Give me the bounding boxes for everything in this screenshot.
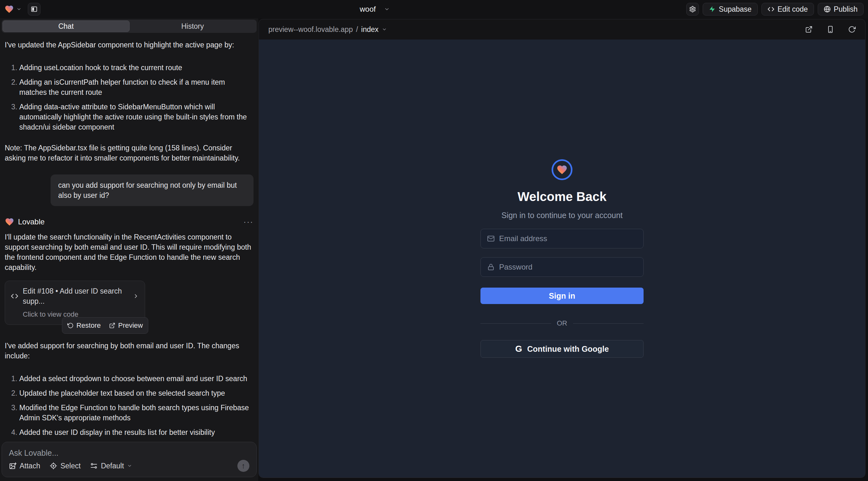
change-list: Added a select dropdown to choose betwee… — [5, 369, 253, 442]
restore-label: Restore — [76, 320, 101, 330]
list-item: Added the user ID display in the results… — [19, 427, 253, 438]
gear-icon — [689, 6, 696, 13]
edit-card-title: Edit #108 • Add user ID search supp... — [23, 286, 128, 306]
auth-title: Welcome Back — [518, 190, 607, 204]
panel-left-icon — [31, 6, 38, 13]
password-field-wrapper — [480, 257, 644, 277]
list-item: Updated the placeholder text based on th… — [19, 388, 253, 398]
email-field[interactable] — [499, 234, 637, 243]
assistant-paragraph: I'll update the search functionality in … — [5, 232, 253, 272]
refresh-icon[interactable] — [848, 26, 856, 33]
toggle-sidebar-button[interactable] — [28, 3, 40, 15]
lock-icon — [487, 263, 495, 271]
preview-label: Preview — [118, 320, 143, 330]
preview-url: preview--woof.lovable.app — [268, 25, 353, 34]
chevron-down-icon — [127, 463, 132, 468]
send-button[interactable]: ↑ — [238, 460, 249, 472]
preview-panel: preview--woof.lovable.app / index — [258, 19, 865, 478]
globe-icon — [824, 6, 831, 13]
restore-icon — [67, 322, 74, 329]
email-field-wrapper — [480, 229, 644, 248]
locate-icon — [50, 462, 57, 470]
preview-url-selector[interactable]: preview--woof.lovable.app / index — [268, 25, 387, 34]
list-item: Adding useLocation hook to track the cur… — [19, 63, 253, 73]
project-switcher[interactable]: woof — [360, 0, 390, 18]
sliders-icon — [90, 462, 98, 470]
restore-button[interactable]: Restore — [67, 320, 101, 330]
chevron-down-icon — [384, 6, 390, 12]
list-item: Added a select dropdown to choose betwee… — [19, 374, 253, 384]
image-plus-icon — [9, 462, 17, 470]
heart-icon — [556, 164, 568, 175]
preview-route: index — [361, 25, 379, 34]
settings-button[interactable] — [686, 3, 699, 15]
or-label: OR — [557, 319, 567, 327]
chat-input[interactable] — [9, 448, 249, 460]
mode-selector[interactable]: Default — [90, 462, 132, 470]
list-item: Adding data-active attribute to SidebarM… — [19, 102, 253, 132]
select-label: Select — [60, 462, 81, 470]
app-logo — [552, 159, 572, 180]
mobile-view-icon[interactable] — [827, 26, 834, 33]
list-item: Modified the Edge Function to handle bot… — [19, 403, 253, 423]
password-field[interactable] — [499, 263, 637, 271]
preview-header: preview--woof.lovable.app / index — [259, 19, 865, 39]
assistant-paragraph: I've added support for searching by both… — [5, 341, 253, 361]
auth-card: Welcome Back Sign in to continue to your… — [480, 159, 644, 358]
lovable-heart-icon — [4, 4, 14, 14]
url-separator: / — [356, 25, 358, 34]
mode-label: Default — [101, 462, 124, 470]
tab-chat[interactable]: Chat — [3, 21, 130, 32]
list-item: Adding an isCurrentPath helper function … — [19, 77, 253, 97]
chat-history-tabbar: Chat History — [2, 20, 257, 33]
code-icon — [768, 6, 774, 13]
publish-label: Publish — [834, 5, 858, 13]
assistant-paragraph: I've updated the AppSidebar component to… — [5, 40, 253, 50]
change-list: Adding useLocation hook to track the cur… — [5, 58, 253, 136]
edit-card-actions: Restore Preview — [62, 317, 148, 334]
mail-icon — [487, 235, 495, 243]
supabase-button[interactable]: Supabase — [703, 3, 758, 15]
preview-edit-button[interactable]: Preview — [109, 320, 143, 330]
edit-code-button[interactable]: Edit code — [762, 3, 814, 15]
assistant-name: Lovable — [18, 217, 44, 227]
google-icon: G — [515, 344, 522, 354]
message-list[interactable]: I've updated the AppSidebar component to… — [2, 33, 257, 442]
chevron-right-icon — [133, 293, 139, 299]
lovable-logo-menu[interactable] — [4, 4, 22, 14]
chevron-down-icon — [17, 7, 22, 12]
or-divider: OR — [480, 319, 644, 327]
assistant-header: Lovable ··· — [5, 217, 253, 227]
open-in-new-tab-icon[interactable] — [805, 26, 813, 33]
external-link-icon — [109, 322, 115, 329]
assistant-note: Note: The AppSidebar.tsx file is getting… — [5, 143, 253, 163]
select-element-button[interactable]: Select — [50, 462, 81, 470]
google-label: Continue with Google — [527, 345, 609, 354]
attach-label: Attach — [20, 462, 40, 470]
auth-subtitle: Sign in to continue to your account — [501, 211, 623, 220]
project-name: woof — [360, 5, 376, 13]
supabase-label: Supabase — [719, 5, 752, 13]
attach-button[interactable]: Attach — [9, 462, 40, 470]
code-icon — [11, 292, 18, 300]
composer: Attach Select Default — [2, 442, 257, 477]
supabase-bolt-icon — [709, 6, 716, 13]
chevron-down-icon — [382, 27, 387, 32]
user-message-bubble: can you add support for searching not on… — [51, 174, 253, 206]
lovable-heart-icon — [5, 217, 14, 227]
message-more-button[interactable]: ··· — [243, 217, 253, 227]
google-sign-in-button[interactable]: G Continue with Google — [480, 340, 644, 358]
sign-in-button[interactable]: Sign in — [480, 288, 644, 304]
edit-code-label: Edit code — [778, 5, 808, 13]
publish-button[interactable]: Publish — [818, 3, 864, 15]
tab-history[interactable]: History — [130, 21, 256, 32]
preview-iframe: Welcome Back Sign in to continue to your… — [259, 39, 865, 478]
top-bar: woof Supabase Edit code Publish — [0, 0, 868, 18]
chat-panel: Chat History I've updated the AppSidebar… — [0, 18, 258, 481]
